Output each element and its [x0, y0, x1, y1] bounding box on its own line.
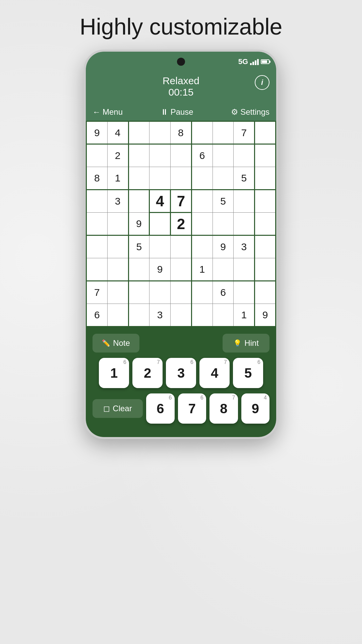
cell-0-0[interactable]: 9 — [86, 121, 108, 144]
cell-6-0[interactable] — [86, 258, 108, 281]
cell-2-5[interactable] — [191, 167, 213, 190]
num-button-6[interactable]: 6 6 — [146, 393, 175, 424]
cell-4-8[interactable] — [255, 213, 276, 235]
cell-7-0[interactable]: 7 — [86, 281, 108, 304]
info-button[interactable]: i — [255, 75, 269, 90]
cell-4-2[interactable]: 9 — [128, 213, 149, 235]
cell-0-1[interactable]: 4 — [107, 121, 128, 144]
cell-1-3[interactable] — [149, 144, 171, 167]
cell-4-1[interactable] — [107, 213, 128, 235]
cell-7-3[interactable] — [149, 281, 171, 304]
cell-4-3[interactable] — [149, 213, 171, 235]
cell-8-4[interactable] — [171, 304, 192, 327]
cell-6-6[interactable] — [213, 258, 234, 281]
cell-6-5[interactable]: 1 — [191, 258, 213, 281]
cell-4-4[interactable]: 2 — [171, 213, 192, 235]
cell-6-1[interactable] — [107, 258, 128, 281]
cell-4-5[interactable] — [191, 213, 213, 235]
cell-0-4[interactable]: 8 — [171, 121, 192, 144]
cell-1-8[interactable] — [255, 144, 276, 167]
cell-5-0[interactable] — [86, 235, 108, 258]
cell-3-0[interactable] — [86, 190, 108, 213]
cell-6-4[interactable] — [171, 258, 192, 281]
cell-0-6[interactable] — [213, 121, 234, 144]
cell-3-8[interactable] — [255, 190, 276, 213]
cell-6-7[interactable] — [234, 258, 255, 281]
num-button-9[interactable]: 4 9 — [241, 393, 270, 424]
cell-5-2[interactable]: 5 — [128, 235, 149, 258]
cell-5-4[interactable] — [171, 235, 192, 258]
sudoku-grid[interactable]: 9 4 8 7 2 6 — [86, 121, 276, 327]
cell-1-7[interactable] — [234, 144, 255, 167]
clear-button[interactable]: ◻ Clear — [93, 399, 143, 418]
num-button-4[interactable]: 7 4 — [199, 358, 230, 388]
cell-8-7[interactable]: 1 — [234, 304, 255, 327]
cell-2-4[interactable] — [171, 167, 192, 190]
cell-3-1[interactable]: 3 — [107, 190, 128, 213]
cell-0-3[interactable] — [149, 121, 171, 144]
cell-6-3[interactable]: 9 — [149, 258, 171, 281]
cell-7-5[interactable] — [191, 281, 213, 304]
settings-button[interactable]: ⚙ Settings — [231, 107, 269, 117]
pause-button[interactable]: ⏸ Pause — [161, 107, 193, 117]
cell-2-2[interactable] — [128, 167, 149, 190]
cell-8-8[interactable]: 9 — [255, 304, 276, 327]
cell-5-6[interactable]: 9 — [213, 235, 234, 258]
cell-7-4[interactable] — [171, 281, 192, 304]
cell-0-8[interactable] — [255, 121, 276, 144]
cell-5-8[interactable] — [255, 235, 276, 258]
cell-0-5[interactable] — [191, 121, 213, 144]
cell-3-4[interactable]: 7 — [171, 190, 192, 213]
num-button-8[interactable]: 7 8 — [209, 393, 238, 424]
cell-4-0[interactable] — [86, 213, 108, 235]
cell-1-5[interactable]: 6 — [191, 144, 213, 167]
cell-2-6[interactable] — [213, 167, 234, 190]
num-count-1: 6 — [123, 359, 126, 365]
menu-button[interactable]: ← Menu — [93, 107, 123, 117]
cell-2-0[interactable]: 8 — [86, 167, 108, 190]
note-button[interactable]: ✏️ Note — [93, 334, 139, 353]
cell-1-0[interactable] — [86, 144, 108, 167]
cell-3-6[interactable]: 5 — [213, 190, 234, 213]
cell-4-7[interactable] — [234, 213, 255, 235]
cell-5-3[interactable] — [149, 235, 171, 258]
cell-7-1[interactable] — [107, 281, 128, 304]
cell-8-1[interactable] — [107, 304, 128, 327]
cell-5-7[interactable]: 3 — [234, 235, 255, 258]
cell-6-8[interactable] — [255, 258, 276, 281]
num-button-3[interactable]: 6 3 — [166, 358, 196, 388]
cell-8-3[interactable]: 3 — [149, 304, 171, 327]
cell-1-4[interactable] — [171, 144, 192, 167]
hint-button[interactable]: 💡 Hint — [223, 334, 269, 353]
num-button-5[interactable]: 6 5 — [233, 358, 263, 388]
cell-3-2[interactable] — [128, 190, 149, 213]
cell-2-8[interactable] — [255, 167, 276, 190]
cell-1-2[interactable] — [128, 144, 149, 167]
cell-3-5[interactable] — [191, 190, 213, 213]
cell-8-5[interactable] — [191, 304, 213, 327]
cell-6-2[interactable] — [128, 258, 149, 281]
cell-5-5[interactable] — [191, 235, 213, 258]
cell-7-2[interactable] — [128, 281, 149, 304]
cell-0-7[interactable]: 7 — [234, 121, 255, 144]
cell-7-7[interactable] — [234, 281, 255, 304]
table-row: 8 1 5 — [86, 167, 276, 190]
cell-8-0[interactable]: 6 — [86, 304, 108, 327]
cell-4-6[interactable] — [213, 213, 234, 235]
num-button-1[interactable]: 6 1 — [99, 358, 129, 388]
cell-2-3[interactable] — [149, 167, 171, 190]
cell-3-3[interactable]: 4 — [149, 190, 171, 213]
cell-7-6[interactable]: 6 — [213, 281, 234, 304]
num-button-2[interactable]: 7 2 — [132, 358, 163, 388]
cell-5-1[interactable] — [107, 235, 128, 258]
cell-7-8[interactable] — [255, 281, 276, 304]
cell-3-7[interactable] — [234, 190, 255, 213]
cell-0-2[interactable] — [128, 121, 149, 144]
cell-1-6[interactable] — [213, 144, 234, 167]
num-button-7[interactable]: 6 7 — [178, 393, 206, 424]
cell-8-6[interactable] — [213, 304, 234, 327]
cell-2-1[interactable]: 1 — [107, 167, 128, 190]
cell-2-7[interactable]: 5 — [234, 167, 255, 190]
cell-1-1[interactable]: 2 — [107, 144, 128, 167]
cell-8-2[interactable] — [128, 304, 149, 327]
